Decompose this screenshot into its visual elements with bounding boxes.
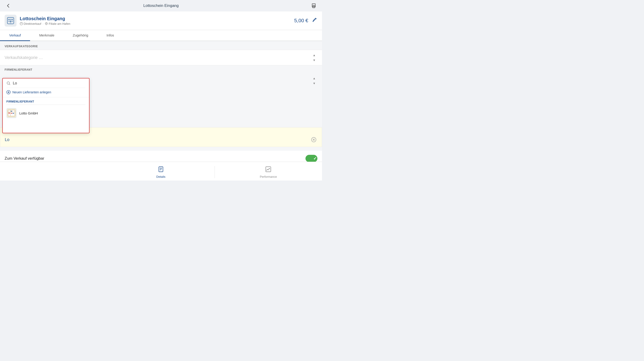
svg-point-8	[10, 21, 11, 22]
dropdown-new-item-label[interactable]: Neuen Lieferanten anlegen	[12, 90, 51, 94]
svg-point-10	[20, 22, 23, 25]
svg-rect-25	[159, 167, 163, 172]
header-price: 5,00 €	[294, 18, 308, 24]
subtitle-branch-icon: Filiale am Hafen	[45, 22, 70, 25]
svg-point-9	[12, 21, 13, 22]
bottom-tab-performance[interactable]: Performance	[215, 162, 322, 180]
firmenlieferant-chevron-down[interactable]: ▼	[311, 81, 318, 85]
dropdown-item-lotto[interactable]: Lotto GmbH	[3, 105, 89, 121]
lieferant-value[interactable]: Lo	[5, 137, 10, 142]
svg-point-7	[8, 21, 10, 22]
separator-1	[0, 147, 322, 151]
chevron-up[interactable]: ▲	[311, 53, 318, 57]
lieferant-clear-button[interactable]	[310, 136, 317, 143]
dropdown-search-row: Lo Neuen Lieferanten anlegen	[3, 78, 89, 97]
bottom-tab-bar: Details Performance	[0, 162, 322, 180]
verkaufskategorie-placeholder: Verkaufskategorie …	[4, 55, 43, 60]
toggle-label-verkauf: Zum Verkauf verfügbar	[4, 156, 44, 161]
top-bar: Lottoschein Eingang	[0, 0, 322, 11]
svg-point-2	[315, 6, 315, 6]
dropdown-empty	[3, 121, 89, 133]
svg-point-6	[12, 19, 13, 20]
tab-bar: Verkauf Merkmale Zugehörig Infos	[0, 30, 322, 41]
firmenlieferant-chevrons: ▲ ▼	[311, 76, 318, 85]
header-icon	[4, 15, 16, 26]
svg-point-4	[8, 19, 10, 20]
toggle-check-verkauf: ✓	[313, 156, 317, 161]
subtitle-direct-icon: Direktverkauf	[20, 22, 41, 25]
bottom-tab-performance-label: Performance	[260, 175, 277, 178]
firmenlieferant-chevron-up[interactable]: ▲	[311, 76, 318, 80]
header-title: Lottoschein Eingang	[20, 16, 70, 21]
performance-icon	[265, 166, 272, 174]
header-right: 5,00 €	[294, 17, 318, 24]
lieferant-input-row: Lo	[0, 134, 322, 147]
svg-rect-0	[312, 4, 315, 5]
main-content: VERKAUFSKATEGORIE Verkaufskategorie … ▲ …	[0, 41, 322, 180]
edit-button[interactable]	[312, 17, 318, 24]
header-left: Lottoschein Eingang Direktverkauf ·	[4, 15, 70, 26]
verkaufskategorie-row[interactable]: Verkaufskategorie … ▲ ▼	[0, 50, 322, 65]
header-info: Lottoschein Eingang Direktverkauf ·	[20, 16, 70, 25]
dropdown-overlay: Lo Neuen Lieferanten anlegen FIRMENLIEFE…	[2, 78, 90, 133]
dropdown-section-label: FIRMENLIEFERANT	[3, 97, 89, 105]
details-icon	[158, 166, 164, 174]
dropdown-item-name: Lotto GmbH	[19, 111, 38, 115]
dropdown-search-text: Lo	[13, 81, 17, 85]
print-button[interactable]	[310, 2, 318, 9]
tab-infos[interactable]: Infos	[97, 30, 123, 41]
header-subtitle: Direktverkauf · Filiale am Hafen	[20, 22, 70, 25]
back-button[interactable]	[4, 2, 12, 9]
page-title: Lottoschein Eingang	[143, 3, 178, 8]
header-section: Lottoschein Eingang Direktverkauf ·	[0, 11, 322, 30]
bottom-tab-details[interactable]: Details	[107, 162, 214, 180]
svg-rect-29	[266, 167, 271, 172]
tab-merkmale[interactable]: Merkmale	[30, 30, 64, 41]
lotto-gmbh-icon	[6, 108, 16, 118]
tab-zugehoerig[interactable]: Zugehörig	[64, 30, 98, 41]
svg-line-14	[9, 84, 10, 85]
bottom-tab-details-label: Details	[156, 175, 166, 178]
svg-point-13	[7, 82, 10, 84]
chevron-down[interactable]: ▼	[311, 58, 318, 62]
verkaufskategorie-chevrons: ▲ ▼	[311, 53, 318, 62]
firmenlieferant-label: FIRMENLIEFERANT	[0, 65, 322, 73]
dropdown-new-item[interactable]: Neuen Lieferanten anlegen	[6, 88, 86, 94]
dropdown-search-icon	[6, 81, 10, 85]
tab-verkauf[interactable]: Verkauf	[0, 30, 30, 41]
svg-point-5	[10, 19, 11, 20]
firmenlieferant-area: FIRMENLIEFERANT ▲ ▼ Lo	[0, 65, 322, 127]
bottom-left-empty	[0, 162, 107, 180]
toggle-verkauf[interactable]: ✓	[306, 155, 318, 162]
verkaufskategorie-label: VERKAUFSKATEGORIE	[0, 41, 322, 50]
